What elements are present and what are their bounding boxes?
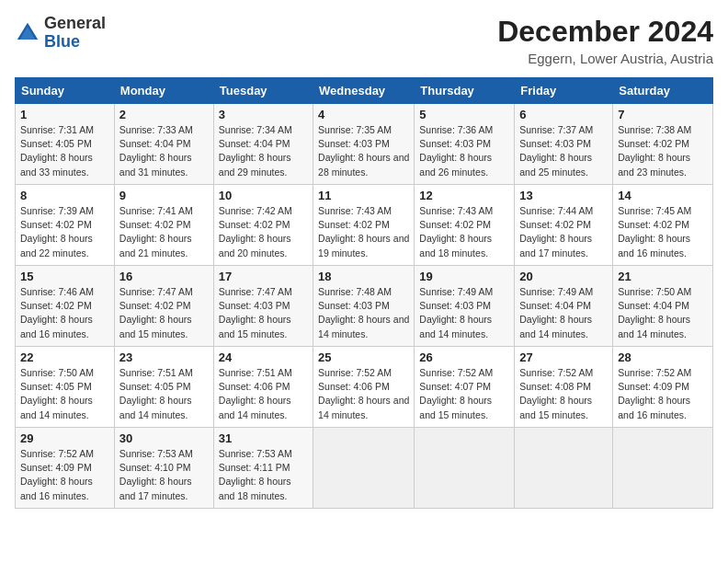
day-info: Sunrise: 7:49 AM Sunset: 4:03 PM Dayligh… xyxy=(419,285,509,341)
calendar-cell: 30 Sunrise: 7:53 AM Sunset: 4:10 PM Dayl… xyxy=(114,428,213,509)
calendar-cell: 22 Sunrise: 7:50 AM Sunset: 4:05 PM Dayl… xyxy=(16,347,115,428)
calendar-cell: 7 Sunrise: 7:38 AM Sunset: 4:02 PM Dayli… xyxy=(613,104,713,185)
calendar-cell: 1 Sunrise: 7:31 AM Sunset: 4:05 PM Dayli… xyxy=(16,104,115,185)
calendar-cell: 9 Sunrise: 7:41 AM Sunset: 4:02 PM Dayli… xyxy=(114,185,213,266)
day-number: 22 xyxy=(20,350,109,364)
day-number: 5 xyxy=(419,108,509,121)
day-info: Sunrise: 7:50 AM Sunset: 4:05 PM Dayligh… xyxy=(20,366,109,422)
day-number: 26 xyxy=(419,350,509,364)
day-number: 25 xyxy=(318,350,409,364)
calendar-cell: 16 Sunrise: 7:47 AM Sunset: 4:02 PM Dayl… xyxy=(114,266,213,347)
weekday-header-thursday: Thursday xyxy=(415,78,515,104)
day-info: Sunrise: 7:37 AM Sunset: 4:03 PM Dayligh… xyxy=(519,123,608,179)
calendar-cell: 27 Sunrise: 7:52 AM Sunset: 4:08 PM Dayl… xyxy=(515,347,613,428)
weekday-header-wednesday: Wednesday xyxy=(313,78,415,104)
calendar-cell: 19 Sunrise: 7:49 AM Sunset: 4:03 PM Dayl… xyxy=(415,266,515,347)
day-info: Sunrise: 7:43 AM Sunset: 4:02 PM Dayligh… xyxy=(318,204,409,260)
day-info: Sunrise: 7:51 AM Sunset: 4:06 PM Dayligh… xyxy=(219,366,308,422)
day-info: Sunrise: 7:31 AM Sunset: 4:05 PM Dayligh… xyxy=(20,123,109,179)
calendar-cell: 5 Sunrise: 7:36 AM Sunset: 4:03 PM Dayli… xyxy=(415,104,515,185)
day-number: 3 xyxy=(219,108,308,121)
day-info: Sunrise: 7:33 AM Sunset: 4:04 PM Dayligh… xyxy=(119,123,209,179)
day-info: Sunrise: 7:39 AM Sunset: 4:02 PM Dayligh… xyxy=(20,204,109,260)
calendar-cell: 21 Sunrise: 7:50 AM Sunset: 4:04 PM Dayl… xyxy=(613,266,713,347)
day-info: Sunrise: 7:43 AM Sunset: 4:02 PM Dayligh… xyxy=(419,204,509,260)
day-number: 2 xyxy=(119,108,209,121)
week-row-1: 1 Sunrise: 7:31 AM Sunset: 4:05 PM Dayli… xyxy=(16,104,713,185)
day-number: 18 xyxy=(318,270,409,283)
calendar-cell: 20 Sunrise: 7:49 AM Sunset: 4:04 PM Dayl… xyxy=(515,266,613,347)
calendar-cell: 23 Sunrise: 7:51 AM Sunset: 4:05 PM Dayl… xyxy=(114,347,213,428)
day-info: Sunrise: 7:53 AM Sunset: 4:11 PM Dayligh… xyxy=(219,447,308,503)
logo-general-text: General xyxy=(44,14,106,32)
logo-blue-text: Blue xyxy=(44,32,80,51)
weekday-header-friday: Friday xyxy=(515,78,613,104)
day-number: 8 xyxy=(20,189,109,202)
day-number: 11 xyxy=(318,189,409,202)
week-row-3: 15 Sunrise: 7:46 AM Sunset: 4:02 PM Dayl… xyxy=(16,266,713,347)
calendar-cell: 4 Sunrise: 7:35 AM Sunset: 4:03 PM Dayli… xyxy=(313,104,415,185)
day-number: 20 xyxy=(519,270,608,283)
day-number: 28 xyxy=(618,350,708,364)
day-number: 7 xyxy=(618,108,708,121)
day-info: Sunrise: 7:44 AM Sunset: 4:02 PM Dayligh… xyxy=(519,204,608,260)
day-number: 17 xyxy=(219,270,308,283)
day-info: Sunrise: 7:35 AM Sunset: 4:03 PM Dayligh… xyxy=(318,123,409,179)
day-info: Sunrise: 7:52 AM Sunset: 4:09 PM Dayligh… xyxy=(20,447,109,503)
weekday-header-row: SundayMondayTuesdayWednesdayThursdayFrid… xyxy=(16,78,713,104)
day-number: 1 xyxy=(20,108,109,121)
day-info: Sunrise: 7:48 AM Sunset: 4:03 PM Dayligh… xyxy=(318,285,409,341)
logo-icon xyxy=(15,20,40,46)
day-info: Sunrise: 7:34 AM Sunset: 4:04 PM Dayligh… xyxy=(219,123,308,179)
title-area: December 2024 Eggern, Lower Austria, Aus… xyxy=(497,15,713,66)
week-row-5: 29 Sunrise: 7:52 AM Sunset: 4:09 PM Dayl… xyxy=(16,428,713,509)
weekday-header-saturday: Saturday xyxy=(613,78,713,104)
calendar-cell: 29 Sunrise: 7:52 AM Sunset: 4:09 PM Dayl… xyxy=(16,428,115,509)
day-info: Sunrise: 7:46 AM Sunset: 4:02 PM Dayligh… xyxy=(20,285,109,341)
day-number: 15 xyxy=(20,270,109,283)
calendar-cell: 3 Sunrise: 7:34 AM Sunset: 4:04 PM Dayli… xyxy=(213,104,313,185)
day-info: Sunrise: 7:47 AM Sunset: 4:02 PM Dayligh… xyxy=(119,285,209,341)
calendar-cell: 10 Sunrise: 7:42 AM Sunset: 4:02 PM Dayl… xyxy=(213,185,313,266)
day-info: Sunrise: 7:38 AM Sunset: 4:02 PM Dayligh… xyxy=(618,123,708,179)
header: General Blue December 2024 Eggern, Lower… xyxy=(15,15,713,66)
day-number: 10 xyxy=(219,189,308,202)
calendar-cell: 13 Sunrise: 7:44 AM Sunset: 4:02 PM Dayl… xyxy=(515,185,613,266)
calendar-cell: 26 Sunrise: 7:52 AM Sunset: 4:07 PM Dayl… xyxy=(415,347,515,428)
day-number: 13 xyxy=(519,189,608,202)
calendar-cell: 14 Sunrise: 7:45 AM Sunset: 4:02 PM Dayl… xyxy=(613,185,713,266)
weekday-header-sunday: Sunday xyxy=(16,78,115,104)
calendar-cell: 31 Sunrise: 7:53 AM Sunset: 4:11 PM Dayl… xyxy=(213,428,313,509)
day-info: Sunrise: 7:52 AM Sunset: 4:06 PM Dayligh… xyxy=(318,366,409,422)
calendar-cell: 28 Sunrise: 7:52 AM Sunset: 4:09 PM Dayl… xyxy=(613,347,713,428)
location-subtitle: Eggern, Lower Austria, Austria xyxy=(497,51,713,66)
calendar-cell xyxy=(515,428,613,509)
day-info: Sunrise: 7:53 AM Sunset: 4:10 PM Dayligh… xyxy=(119,447,209,503)
day-number: 12 xyxy=(419,189,509,202)
calendar-cell: 15 Sunrise: 7:46 AM Sunset: 4:02 PM Dayl… xyxy=(16,266,115,347)
weekday-header-tuesday: Tuesday xyxy=(213,78,313,104)
day-number: 24 xyxy=(219,350,308,364)
week-row-4: 22 Sunrise: 7:50 AM Sunset: 4:05 PM Dayl… xyxy=(16,347,713,428)
calendar-cell: 17 Sunrise: 7:47 AM Sunset: 4:03 PM Dayl… xyxy=(213,266,313,347)
calendar-cell xyxy=(415,428,515,509)
day-number: 14 xyxy=(618,189,708,202)
calendar-cell: 2 Sunrise: 7:33 AM Sunset: 4:04 PM Dayli… xyxy=(114,104,213,185)
day-info: Sunrise: 7:45 AM Sunset: 4:02 PM Dayligh… xyxy=(618,204,708,260)
day-number: 19 xyxy=(419,270,509,283)
month-title: December 2024 xyxy=(497,15,713,49)
day-info: Sunrise: 7:36 AM Sunset: 4:03 PM Dayligh… xyxy=(419,123,509,179)
day-number: 30 xyxy=(119,431,209,445)
calendar-table: SundayMondayTuesdayWednesdayThursdayFrid… xyxy=(15,77,713,509)
calendar-cell: 8 Sunrise: 7:39 AM Sunset: 4:02 PM Dayli… xyxy=(16,185,115,266)
day-number: 9 xyxy=(119,189,209,202)
day-info: Sunrise: 7:49 AM Sunset: 4:04 PM Dayligh… xyxy=(519,285,608,341)
logo: General Blue xyxy=(15,15,106,52)
day-info: Sunrise: 7:47 AM Sunset: 4:03 PM Dayligh… xyxy=(219,285,308,341)
week-row-2: 8 Sunrise: 7:39 AM Sunset: 4:02 PM Dayli… xyxy=(16,185,713,266)
calendar-cell: 25 Sunrise: 7:52 AM Sunset: 4:06 PM Dayl… xyxy=(313,347,415,428)
calendar-cell xyxy=(313,428,415,509)
day-info: Sunrise: 7:52 AM Sunset: 4:09 PM Dayligh… xyxy=(618,366,708,422)
day-number: 23 xyxy=(119,350,209,364)
day-number: 6 xyxy=(519,108,608,121)
